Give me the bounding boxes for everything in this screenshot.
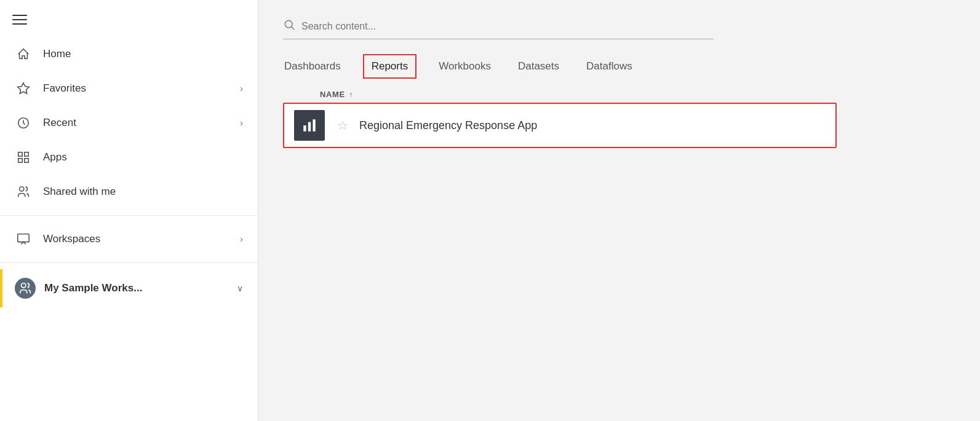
sort-arrow-icon: ↑	[349, 90, 353, 99]
tab-datasets[interactable]: Datasets	[517, 58, 560, 75]
sidebar-item-shared-label: Shared with me	[43, 186, 243, 198]
sidebar-divider	[0, 215, 258, 216]
search-container	[283, 18, 714, 39]
sidebar-item-shared[interactable]: Shared with me	[0, 175, 258, 209]
sort-header[interactable]: NAME ↑	[283, 90, 955, 99]
svg-point-8	[22, 283, 26, 288]
svg-rect-11	[303, 125, 306, 132]
tab-workbooks[interactable]: Workbooks	[437, 58, 492, 75]
sort-column-label: NAME	[320, 90, 345, 99]
svg-point-6	[20, 187, 24, 191]
hamburger-button[interactable]	[0, 6, 258, 31]
workspace-current-chevron-icon: ∨	[237, 283, 243, 293]
tab-dashboards[interactable]: Dashboards	[283, 58, 342, 75]
search-icon	[283, 18, 295, 34]
recent-chevron-icon: ›	[240, 118, 243, 128]
workspace-current-label: My Sample Works...	[44, 282, 237, 294]
sidebar-item-apps-label: Apps	[43, 151, 243, 163]
apps-icon	[15, 149, 32, 166]
star-nav-icon	[15, 80, 32, 97]
svg-rect-13	[313, 119, 315, 132]
svg-point-9	[285, 20, 292, 28]
workspace-avatar	[15, 278, 36, 299]
main-content: Dashboards Reports Workbooks Datasets Da…	[258, 0, 980, 421]
sidebar-item-apps[interactable]: Apps	[0, 140, 258, 175]
svg-rect-2	[18, 152, 22, 156]
sidebar-item-workspaces[interactable]: Workspaces ›	[0, 222, 258, 256]
item-name-label: Regional Emergency Response App	[359, 119, 537, 132]
workspaces-icon	[15, 230, 32, 248]
svg-rect-4	[18, 159, 22, 162]
sidebar-item-favorites-label: Favorites	[43, 82, 240, 95]
sidebar-item-home[interactable]: Home	[0, 37, 258, 71]
sidebar-navigation: Home Favorites › Recent ›	[0, 37, 258, 307]
home-icon	[15, 45, 32, 63]
favorites-chevron-icon: ›	[240, 84, 243, 93]
hamburger-icon	[12, 15, 27, 25]
workspaces-chevron-icon: ›	[240, 234, 243, 244]
svg-rect-12	[308, 122, 311, 132]
sidebar-item-workspace-current[interactable]: My Sample Works... ∨	[0, 269, 258, 307]
tab-dataflows[interactable]: Dataflows	[585, 58, 634, 75]
sidebar-item-recent-label: Recent	[43, 117, 240, 129]
search-input[interactable]	[301, 21, 548, 32]
svg-rect-7	[18, 234, 29, 242]
tabs-container: Dashboards Reports Workbooks Datasets Da…	[283, 58, 955, 75]
sidebar-item-recent[interactable]: Recent ›	[0, 106, 258, 140]
sidebar-item-home-label: Home	[43, 48, 243, 60]
list-item[interactable]: ☆ Regional Emergency Response App	[283, 103, 837, 148]
clock-icon	[15, 114, 32, 132]
sidebar: Home Favorites › Recent ›	[0, 0, 258, 421]
svg-rect-3	[25, 152, 28, 156]
shared-icon	[15, 183, 32, 200]
sidebar-divider-2	[0, 262, 258, 263]
svg-marker-0	[18, 83, 29, 93]
favorite-star-icon[interactable]: ☆	[335, 117, 351, 133]
svg-rect-5	[25, 159, 28, 162]
sidebar-item-favorites[interactable]: Favorites ›	[0, 71, 258, 106]
sidebar-item-workspaces-label: Workspaces	[43, 233, 240, 245]
svg-line-10	[292, 27, 295, 30]
report-icon-box	[294, 110, 325, 141]
tab-reports[interactable]: Reports	[367, 58, 413, 75]
